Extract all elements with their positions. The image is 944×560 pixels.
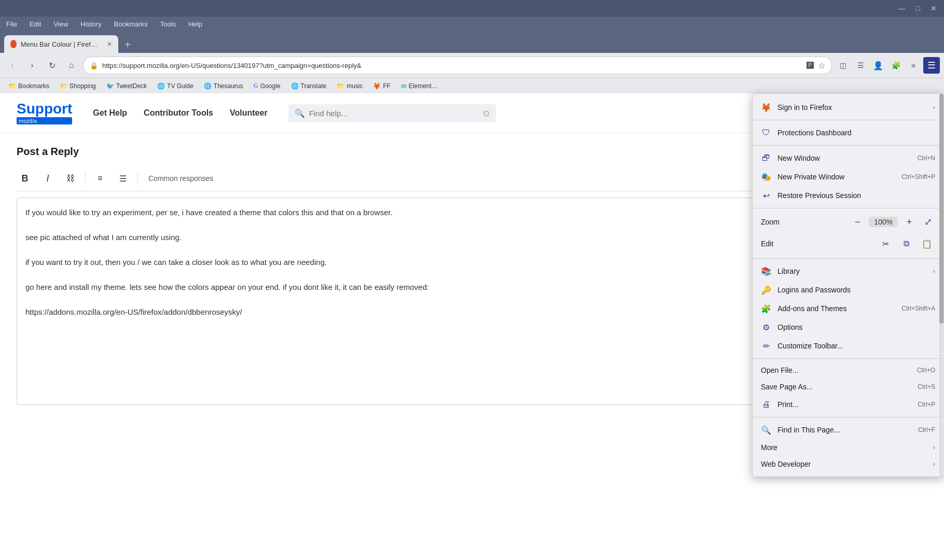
customize-toolbar-item[interactable]: ✏ Customize Toolbar... xyxy=(753,337,943,355)
shopping-icon: 📁 xyxy=(60,82,67,90)
print-left: 🖨 Print... xyxy=(761,399,798,410)
bookmark-music[interactable]: 📁 music xyxy=(332,81,367,91)
bold-button[interactable]: B xyxy=(17,170,33,187)
contributor-tools-link[interactable]: Contributor Tools xyxy=(144,108,213,118)
more-label: More xyxy=(761,443,778,452)
menu-file[interactable]: File xyxy=(4,19,19,29)
main-area: Support mozil/a Get Help Contributor Too… xyxy=(0,93,944,560)
bookmarks-icon: 📁 xyxy=(8,82,16,90)
addons-item[interactable]: 🧩 Add-ons and Themes Ctrl+Shift+A xyxy=(753,299,943,318)
bookmark-bookmarks[interactable]: 📁 Bookmarks xyxy=(4,81,53,91)
library-left: 📚 Library xyxy=(761,266,800,276)
protections-dashboard-item[interactable]: 🛡 Protections Dashboard xyxy=(753,123,943,142)
bookmark-shopping[interactable]: 📁 Shopping xyxy=(55,81,100,91)
reload-button[interactable]: ↻ xyxy=(44,57,60,74)
menu-edit[interactable]: Edit xyxy=(27,19,43,29)
bookmark-ff[interactable]: 🦊 FF xyxy=(369,81,395,91)
maximize-button[interactable]: □ xyxy=(913,3,923,13)
restore-session-item[interactable]: ↩ Restore Previous Session xyxy=(753,186,943,205)
search-submit-icon[interactable]: ⊙ xyxy=(483,108,490,118)
menu-history[interactable]: History xyxy=(78,19,103,29)
back-button[interactable]: ‹ xyxy=(4,57,21,74)
search-input[interactable] xyxy=(309,109,479,118)
firefox-menu-button[interactable]: ☰ xyxy=(923,57,940,74)
menu-tools[interactable]: Tools xyxy=(158,19,178,29)
menu-bookmarks[interactable]: Bookmarks xyxy=(112,19,150,29)
tab-close-button[interactable]: ✕ xyxy=(107,40,112,48)
ordered-list-button[interactable]: ≡ xyxy=(92,170,108,187)
web-developer-arrow: › xyxy=(933,460,935,468)
zoom-fullscreen-button[interactable]: ⤢ xyxy=(921,215,935,229)
italic-button[interactable]: I xyxy=(39,170,56,187)
bookmark-tvguide[interactable]: 🌐 TV Guide xyxy=(153,81,198,91)
unordered-list-button[interactable]: ☰ xyxy=(115,170,131,187)
bookmark-thesaurus[interactable]: 🌐 Thesaurus xyxy=(200,81,247,91)
menu-view[interactable]: View xyxy=(51,19,70,29)
lock-icon: 🔒 xyxy=(90,62,98,69)
search-bar[interactable]: 🔍 ⊙ xyxy=(288,104,496,122)
bookmark-tweetdeck[interactable]: 🐦 TweetDeck xyxy=(102,81,151,91)
forward-button[interactable]: › xyxy=(24,57,40,74)
protections-left: 🛡 Protections Dashboard xyxy=(761,128,851,138)
options-item[interactable]: ⚙ Options xyxy=(753,318,943,337)
common-responses-button[interactable]: Common responses xyxy=(144,172,217,185)
menu-help[interactable]: Help xyxy=(186,19,204,29)
more-left: More xyxy=(761,443,778,452)
overflow-button[interactable]: » xyxy=(906,58,921,73)
paste-button[interactable]: 📋 xyxy=(919,235,935,252)
minimize-button[interactable]: — xyxy=(895,3,909,13)
new-tab-button[interactable]: + xyxy=(120,37,135,52)
tvguide-icon: 🌐 xyxy=(157,82,165,90)
logins-item[interactable]: 🔑 Logins and Passwords xyxy=(753,281,943,299)
get-help-link[interactable]: Get Help xyxy=(93,108,127,118)
cut-button[interactable]: ✂ xyxy=(877,235,894,252)
save-page-label: Save Page As... xyxy=(761,383,813,391)
bookmark-google[interactable]: G Google xyxy=(249,81,285,91)
more-item[interactable]: More › xyxy=(753,439,943,456)
reader-button[interactable]: ☰ xyxy=(853,58,868,73)
browser-tab[interactable]: Menu Bar Colour | Firefox Suppor… ✕ xyxy=(4,35,118,53)
home-button[interactable]: ⌂ xyxy=(63,57,80,74)
library-item[interactable]: 📚 Library › xyxy=(753,262,943,281)
star-icon[interactable]: ☆ xyxy=(818,61,825,71)
firefox-menu: 🦊 Sign in to Firefox › 🛡 Protections Das… xyxy=(752,93,944,477)
new-window-item[interactable]: 🗗 New Window Ctrl+N xyxy=(753,149,943,167)
forward-icon: › xyxy=(31,61,33,70)
link-button[interactable]: ⛓ xyxy=(62,170,79,187)
menu-scrollbar-thumb[interactable] xyxy=(939,94,943,324)
new-private-window-item[interactable]: 🎭 New Private Window Ctrl+Shift+P xyxy=(753,167,943,186)
reader-icon: ☰ xyxy=(857,61,864,69)
overflow-icon: » xyxy=(911,61,916,70)
bookmark-translate[interactable]: 🌐 Translate xyxy=(287,81,331,91)
close-button[interactable]: ✕ xyxy=(927,3,940,13)
window-chrome: — □ ✕ xyxy=(0,0,944,17)
web-dev-left: Web Developer xyxy=(761,460,811,468)
print-item[interactable]: 🖨 Print... Ctrl+P xyxy=(753,395,943,414)
extensions-button[interactable]: 🧩 xyxy=(888,58,904,73)
save-page-shortcut: Ctrl+S xyxy=(918,383,935,390)
find-shortcut: Ctrl+F xyxy=(918,426,935,433)
navigation-bar: ‹ › ↻ ⌂ 🔒 https://support.mozilla.org/en… xyxy=(0,53,944,78)
print-label: Print... xyxy=(778,400,798,409)
bookmark-shopping-label: Shopping xyxy=(70,82,96,90)
copy-button[interactable]: ⧉ xyxy=(898,235,914,252)
address-bar[interactable]: 🔒 https://support.mozilla.org/en-US/ques… xyxy=(83,57,832,74)
open-file-item[interactable]: Open File... Ctrl+O xyxy=(753,362,943,379)
zoom-decrease-button[interactable]: − xyxy=(850,215,865,229)
save-page-item[interactable]: Save Page As... Ctrl+S xyxy=(753,379,943,395)
menu-scrollbar[interactable] xyxy=(939,94,942,477)
pocket-icon[interactable]: 🅿 xyxy=(807,61,814,69)
sign-in-item[interactable]: 🦊 Sign in to Firefox › xyxy=(753,98,943,117)
profile-button[interactable]: 👤 xyxy=(870,58,886,73)
menu-divider-6 xyxy=(753,417,943,417)
sign-in-arrow: › xyxy=(933,104,935,111)
zoom-increase-button[interactable]: + xyxy=(902,215,917,229)
bookmark-element[interactable]: m Element… xyxy=(397,81,442,91)
find-in-page-item[interactable]: 🔍 Find in This Page... Ctrl+F xyxy=(753,421,943,439)
web-developer-item[interactable]: Web Developer › xyxy=(753,456,943,472)
volunteer-link[interactable]: Volunteer xyxy=(230,108,268,118)
pocket-button[interactable]: ◫ xyxy=(835,58,851,73)
puzzle-icon: 🧩 xyxy=(761,303,771,314)
customize-icon: ✏ xyxy=(761,341,771,351)
edit-label: Edit xyxy=(761,240,873,248)
